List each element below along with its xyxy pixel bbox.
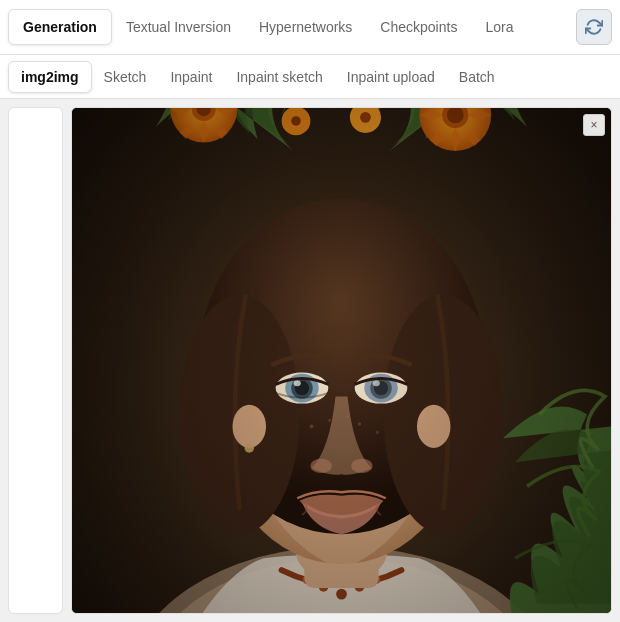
close-image-button[interactable]: ×	[583, 114, 605, 136]
svg-rect-58	[72, 108, 611, 613]
refresh-icon	[585, 18, 603, 36]
tab-sketch[interactable]: Sketch	[92, 61, 159, 93]
tab-textual-inversion[interactable]: Textual Inversion	[112, 9, 245, 45]
image-panel[interactable]: ×	[71, 107, 612, 614]
tab-lora[interactable]: Lora	[471, 9, 527, 45]
refresh-button[interactable]	[576, 9, 612, 45]
tab-batch[interactable]: Batch	[447, 61, 507, 93]
tab-img2img[interactable]: img2img	[8, 61, 92, 93]
tab-hypernetworks[interactable]: Hypernetworks	[245, 9, 366, 45]
top-nav: Generation Textual Inversion Hypernetwor…	[0, 0, 620, 55]
tab-generation[interactable]: Generation	[8, 9, 112, 45]
main-content: ×	[0, 99, 620, 622]
secondary-nav: img2img Sketch Inpaint Inpaint sketch In…	[0, 55, 620, 99]
left-panel	[8, 107, 63, 614]
tab-checkpoints[interactable]: Checkpoints	[366, 9, 471, 45]
app-container: Generation Textual Inversion Hypernetwor…	[0, 0, 620, 622]
portrait-image	[72, 108, 611, 613]
tab-inpaint[interactable]: Inpaint	[158, 61, 224, 93]
tab-inpaint-sketch[interactable]: Inpaint sketch	[224, 61, 334, 93]
tab-inpaint-upload[interactable]: Inpaint upload	[335, 61, 447, 93]
